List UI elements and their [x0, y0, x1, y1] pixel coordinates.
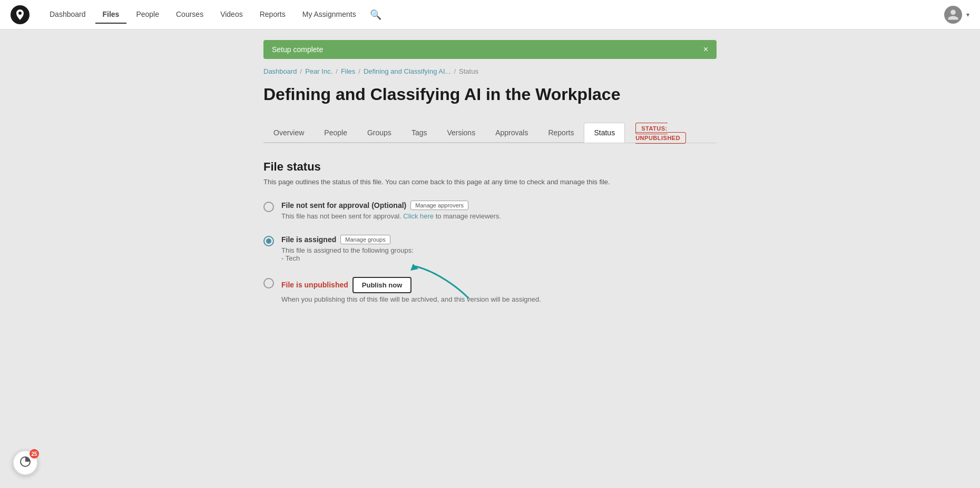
- notification-count: 25: [30, 449, 39, 459]
- approval-title: File not sent for approval (Optional): [281, 201, 406, 210]
- nav-people[interactable]: People: [129, 6, 166, 24]
- file-status-description: This page outlines the status of this fi…: [263, 178, 717, 186]
- manage-groups-button[interactable]: Manage groups: [340, 235, 390, 244]
- nav-files[interactable]: Files: [95, 6, 127, 24]
- nav-my-assignments[interactable]: My Assignments: [295, 6, 364, 24]
- approval-text: This file has not been sent for approval…: [281, 212, 717, 220]
- breadcrumb-sep-3: /: [358, 67, 360, 75]
- avatar[interactable]: [944, 6, 962, 24]
- tab-versions[interactable]: Versions: [437, 123, 485, 143]
- manage-approvers-button[interactable]: Manage approvers: [410, 201, 468, 210]
- file-status-section: File status This page outlines the statu…: [263, 143, 717, 303]
- nav-links: Dashboard Files People Courses Videos Re…: [42, 6, 944, 24]
- main-content: Setup complete × Dashboard / Pear Inc. /…: [253, 40, 727, 339]
- user-menu: ▾: [944, 6, 969, 24]
- tab-people[interactable]: People: [314, 123, 357, 143]
- publish-btn-wrapper: Publish now: [352, 277, 412, 293]
- top-navigation: Dashboard Files People Courses Videos Re…: [0, 0, 980, 29]
- approval-radio: [263, 202, 274, 212]
- tab-tags[interactable]: Tags: [401, 123, 437, 143]
- notification-fab[interactable]: 25: [13, 450, 38, 475]
- approval-body: File not sent for approval (Optional) Ma…: [281, 201, 717, 220]
- tab-approvals[interactable]: Approvals: [485, 123, 538, 143]
- tab-status[interactable]: Status: [584, 123, 625, 143]
- approval-header: File not sent for approval (Optional) Ma…: [281, 201, 717, 210]
- breadcrumb-current: Status: [459, 67, 478, 75]
- assigned-group: - Tech: [281, 254, 717, 262]
- breadcrumb-sep-4: /: [454, 67, 456, 75]
- approval-text-before: This file has not been sent for approval…: [281, 212, 401, 220]
- status-item-unpublished: File is unpublished Publish now When you…: [263, 277, 717, 303]
- breadcrumb: Dashboard / Pear Inc. / Files / Defining…: [263, 67, 717, 75]
- unpublished-header: File is unpublished Publish now: [281, 277, 717, 293]
- assigned-body: File is assigned Manage groups This file…: [281, 235, 717, 262]
- approval-click-here-link[interactable]: Click here: [403, 212, 434, 220]
- setup-complete-banner: Setup complete ×: [263, 40, 717, 59]
- setup-banner-close[interactable]: ×: [703, 45, 708, 54]
- tab-overview[interactable]: Overview: [263, 123, 314, 143]
- breadcrumb-dashboard[interactable]: Dashboard: [263, 67, 297, 75]
- breadcrumb-sep-2: /: [336, 67, 338, 75]
- assigned-text: This file is assigned to the following g…: [281, 246, 717, 254]
- tab-groups[interactable]: Groups: [357, 123, 401, 143]
- user-dropdown-arrow[interactable]: ▾: [966, 11, 969, 18]
- svg-point-1: [18, 12, 22, 15]
- assigned-radio: [263, 236, 274, 246]
- unpublished-text-before: When you publishing this: [281, 295, 359, 303]
- status-item-approval: File not sent for approval (Optional) Ma…: [263, 201, 717, 220]
- nav-dashboard[interactable]: Dashboard: [42, 6, 93, 24]
- assigned-header: File is assigned Manage groups: [281, 235, 717, 244]
- page-title: Defining and Classifying AI in the Workp…: [263, 84, 717, 106]
- search-icon[interactable]: 🔍: [370, 9, 381, 21]
- assigned-title: File is assigned: [281, 235, 336, 244]
- setup-banner-text: Setup complete: [272, 45, 323, 54]
- nav-reports[interactable]: Reports: [252, 6, 293, 24]
- nav-videos[interactable]: Videos: [213, 6, 250, 24]
- svg-marker-2: [410, 264, 418, 271]
- unpublished-text: When you publishing this of this file wi…: [281, 295, 717, 303]
- status-unpublished-badge[interactable]: STATUS: UNPUBLISHED: [635, 123, 686, 144]
- unpublished-radio: [263, 278, 274, 288]
- breadcrumb-file[interactable]: Defining and Classifying AI...: [364, 67, 450, 75]
- unpublished-body: File is unpublished Publish now When you…: [281, 277, 717, 303]
- approval-text-after: to manage reviewers.: [436, 212, 501, 220]
- status-item-assigned: File is assigned Manage groups This file…: [263, 235, 717, 262]
- breadcrumb-pear[interactable]: Pear Inc.: [305, 67, 332, 75]
- notification-icon: [19, 455, 32, 471]
- unpublished-title: File is unpublished: [281, 281, 348, 289]
- nav-courses[interactable]: Courses: [169, 6, 211, 24]
- publish-now-button[interactable]: Publish now: [352, 277, 412, 293]
- tab-reports[interactable]: Reports: [538, 123, 584, 143]
- file-status-title: File status: [263, 160, 717, 174]
- file-tabs: Overview People Groups Tags Versions App…: [263, 123, 625, 143]
- brand-logo[interactable]: [11, 5, 30, 24]
- breadcrumb-sep-1: /: [300, 67, 302, 75]
- unpublished-text-after: of this file will be archived, and this …: [359, 295, 541, 303]
- breadcrumb-files[interactable]: Files: [341, 67, 355, 75]
